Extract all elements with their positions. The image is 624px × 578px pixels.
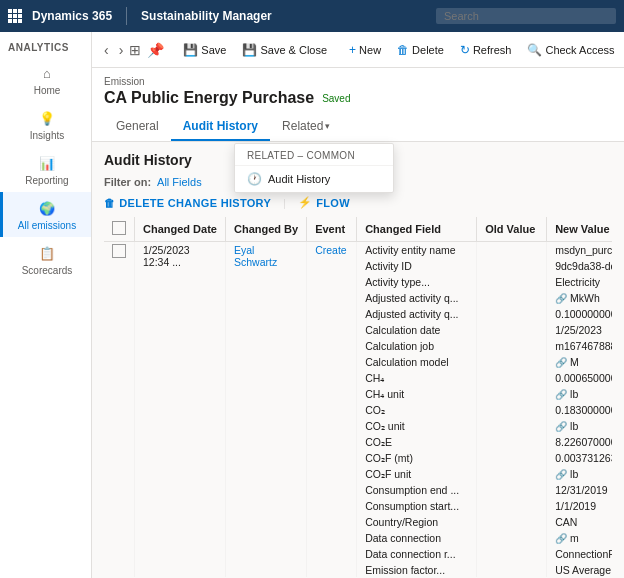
row-checkbox-cell	[104, 242, 135, 578]
check-access-button[interactable]: 🔍 Check Access	[520, 38, 621, 62]
waffle-icon[interactable]	[8, 9, 22, 23]
old-value-cell	[477, 514, 547, 530]
icon-value: 🔗 lb	[555, 420, 578, 432]
main-layout: Analytics ⌂ Home 💡 Insights 📊 Reporting …	[0, 32, 624, 578]
table-header-row: Changed Date Changed By Event Changed Fi…	[104, 217, 612, 242]
sidebar-label-home: Home	[34, 85, 61, 96]
new-value-cell: m16746788862358	[547, 338, 612, 354]
new-value-cell: 8.2260700000	[547, 434, 612, 450]
field-name-cell: CO₂F (mt)	[357, 450, 477, 466]
col-new-value[interactable]: New Value	[547, 217, 612, 242]
save-close-icon: 💾	[242, 43, 257, 57]
tab-audit-history[interactable]: Audit History	[171, 113, 270, 141]
col-changed-field[interactable]: Changed Field	[357, 217, 477, 242]
col-changed-date[interactable]: Changed Date	[135, 217, 226, 242]
module-name: Sustainability Manager	[141, 9, 272, 23]
delete-change-history-button[interactable]: 🗑 DELETE CHANGE HISTORY	[104, 197, 271, 209]
divider	[126, 7, 127, 25]
event-link[interactable]: Create	[315, 244, 347, 256]
old-value-cell	[477, 306, 547, 322]
text-value: 0.0037312631	[555, 452, 612, 464]
sidebar-header: Analytics	[0, 36, 91, 57]
old-value-cell	[477, 546, 547, 562]
text-value: 9dc9da38-dc51-9dc4-d...	[555, 260, 612, 272]
field-name-cell: Adjusted activity q...	[357, 290, 477, 306]
field-name-cell: Calculation date	[357, 322, 477, 338]
back-button[interactable]: ‹	[100, 40, 113, 60]
sidebar-label-all-emissions: All emissions	[18, 220, 76, 231]
flow-action-button[interactable]: ⚡ FLOW	[298, 196, 350, 209]
new-value-cell: 9dc9da38-dc51-9dc4-d...	[547, 258, 612, 274]
new-value-cell: Electricity	[547, 274, 612, 290]
page-title-row: CA Public Energy Purchase Saved	[104, 89, 612, 107]
old-value-cell	[477, 434, 547, 450]
dropdown-item-audit-history[interactable]: 🕐 Audit History	[235, 166, 393, 192]
col-checkbox	[104, 217, 135, 242]
changed-by-link[interactable]: Eyal Schwartz	[234, 244, 277, 268]
sidebar-item-all-emissions[interactable]: 🌍 All emissions	[0, 192, 91, 237]
delete-icon: 🗑	[397, 43, 409, 57]
old-value-cell	[477, 466, 547, 482]
new-value-cell: 🔗 lb	[547, 466, 612, 482]
save-close-button[interactable]: 💾 Save & Close	[235, 38, 334, 62]
grid-view-button[interactable]: ⊞	[129, 42, 141, 58]
app-logo: Dynamics 365 Sustainability Manager	[8, 7, 272, 25]
sidebar-item-home[interactable]: ⌂ Home	[0, 57, 91, 102]
changed-date-value: 1/25/2023 12:34 ...	[143, 244, 190, 268]
content-area: ‹ › ⊞ 📌 💾 Save 💾 Save & Close + New 🗑 De…	[92, 32, 624, 578]
new-button[interactable]: + New	[342, 38, 388, 62]
clock-icon: 🕐	[247, 172, 262, 186]
field-name-cell: Data connection	[357, 530, 477, 546]
new-value-cell: 0.100000000	[547, 306, 612, 322]
text-value: CAN	[555, 516, 577, 528]
icon-value: 🔗 M	[555, 356, 579, 368]
text-value: 8.2260700000	[555, 436, 612, 448]
saved-badge: Saved	[322, 93, 350, 104]
forward-button[interactable]: ›	[115, 40, 128, 60]
text-value: 0.0006500000	[555, 372, 612, 384]
old-value-cell	[477, 482, 547, 498]
old-value-cell	[477, 498, 547, 514]
text-value: msdyn_purchasedenergy	[555, 244, 612, 256]
new-value-cell: 1/1/2019	[547, 498, 612, 514]
row-checkbox[interactable]	[112, 244, 126, 258]
old-value-cell	[477, 354, 547, 370]
command-bar: ‹ › ⊞ 📌 💾 Save 💾 Save & Close + New 🗑 De…	[92, 32, 624, 68]
field-name-cell: CO₂ unit	[357, 418, 477, 434]
related-chevron-icon: ▾	[325, 121, 330, 131]
field-name-cell: CH₄	[357, 370, 477, 386]
filter-value[interactable]: All Fields	[157, 176, 202, 188]
field-name-cell: Consumption start...	[357, 498, 477, 514]
refresh-button[interactable]: ↻ Refresh	[453, 38, 519, 62]
text-value: 1/1/2019	[555, 500, 596, 512]
col-event[interactable]: Event	[307, 217, 357, 242]
dropdown-header: Related – Common	[235, 144, 393, 166]
field-name-cell: Country/Region	[357, 514, 477, 530]
icon-value: 🔗 MkWh	[555, 292, 600, 304]
col-old-value[interactable]: Old Value	[477, 217, 547, 242]
tab-general[interactable]: General	[104, 113, 171, 141]
text-value: 0.100000000	[555, 308, 612, 320]
select-all-checkbox[interactable]	[112, 221, 126, 235]
home-icon: ⌂	[37, 63, 57, 83]
tab-related[interactable]: Related ▾	[270, 113, 342, 141]
delete-button[interactable]: 🗑 Delete	[390, 38, 451, 62]
new-value-cell: ConnectionRefresh-20	[547, 546, 612, 562]
top-search-input[interactable]	[436, 8, 616, 24]
col-changed-by[interactable]: Changed By	[225, 217, 306, 242]
field-name-cell: Activity type...	[357, 274, 477, 290]
text-value: ConnectionRefresh-20	[555, 548, 612, 560]
page-header: Emission CA Public Energy Purchase Saved…	[92, 68, 624, 142]
sidebar-item-reporting[interactable]: 📊 Reporting	[0, 147, 91, 192]
sidebar-item-scorecards[interactable]: 📋 Scorecards	[0, 237, 91, 282]
save-button[interactable]: 💾 Save	[176, 38, 233, 62]
tabs: General Audit History Related ▾	[104, 113, 612, 141]
delete-history-icon: 🗑	[104, 197, 115, 209]
new-value-cell: 🔗 lb	[547, 418, 612, 434]
pin-button[interactable]: 📌	[147, 42, 164, 58]
icon-value: 🔗 lb	[555, 388, 578, 400]
sidebar-label-insights: Insights	[30, 130, 64, 141]
sidebar-item-insights[interactable]: 💡 Insights	[0, 102, 91, 147]
main-content: Audit History Filter on: All Fields 🗑 DE…	[92, 142, 624, 578]
field-name-cell: Adjusted activity q...	[357, 306, 477, 322]
